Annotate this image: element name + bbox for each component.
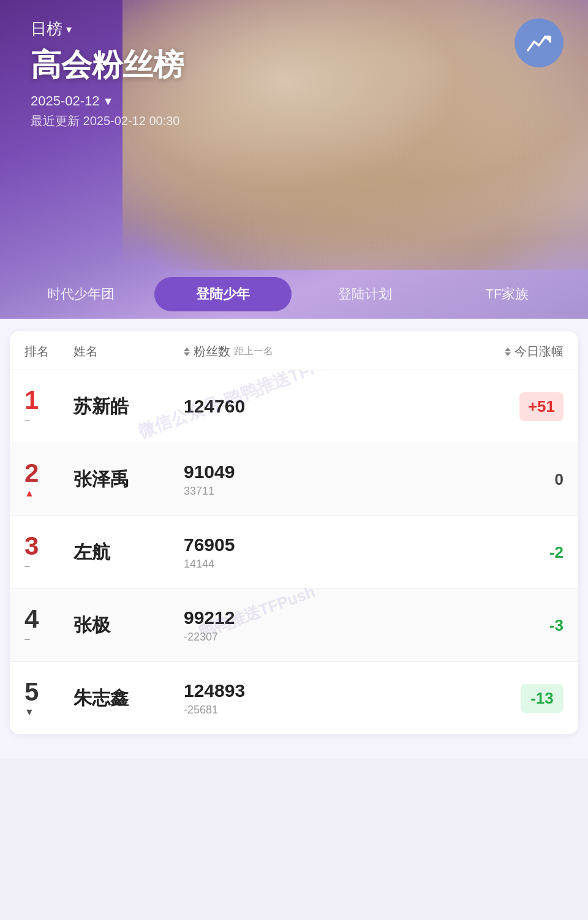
col-rank-header: 排名 bbox=[24, 343, 74, 360]
chart-trend-icon bbox=[526, 29, 552, 56]
rank-change-5: ▼ bbox=[24, 707, 34, 717]
table-row: 4 – 张极 99212 -22307 鸭鸭推送TFPush -3 bbox=[10, 589, 578, 662]
daily-dropdown-icon[interactable]: ▾ bbox=[66, 23, 72, 36]
rank-cell-4: 4 – bbox=[24, 606, 74, 644]
header-text-block: 日榜 ▾ 高会粉丝榜 2025-02-12 ▾ 最近更新 2025-02-12 … bbox=[31, 18, 184, 129]
ranking-table: 排名 姓名 粉丝数 距上一名 今日涨幅 bbox=[10, 331, 578, 734]
name-cell-3: 左航 bbox=[74, 540, 184, 565]
change-cell-3: -2 bbox=[484, 543, 564, 562]
name-cell-2: 张泽禹 bbox=[74, 467, 184, 492]
fans-cell-1: 124760 bbox=[184, 396, 484, 417]
rank-cell-2: 2 ▲ bbox=[24, 460, 74, 498]
table-row: 5 ▼ 朱志鑫 124893 -25681 -13 bbox=[10, 662, 578, 734]
fans-diff-5: -25681 bbox=[184, 704, 484, 717]
rank-cell-3: 3 – bbox=[24, 533, 74, 571]
fans-cell-4: 99212 -22307 鸭鸭推送TFPush bbox=[184, 607, 484, 644]
change-badge-5: -13 bbox=[521, 684, 564, 713]
fans-main-2: 91049 bbox=[184, 462, 484, 482]
change-zero-2: 0 bbox=[555, 470, 564, 489]
fans-sort-icon[interactable] bbox=[184, 348, 190, 356]
table-header: 排名 姓名 粉丝数 距上一名 今日涨幅 bbox=[10, 331, 578, 370]
tab-shidai[interactable]: 时代少年团 bbox=[12, 277, 149, 311]
table-row: 2 ▲ 张泽禹 91049 33711 0 bbox=[10, 443, 578, 516]
board-title: 高会粉丝榜 bbox=[31, 45, 184, 86]
rank-cell-5: 5 ▼ bbox=[24, 679, 74, 717]
tab-denglujihua[interactable]: 登陆计划 bbox=[296, 277, 434, 311]
col-fans-label: 粉丝数 bbox=[194, 343, 230, 360]
name-cell-1: 苏新皓 bbox=[74, 394, 184, 419]
fans-cell-2: 91049 33711 bbox=[184, 462, 484, 498]
fans-cell-3: 76905 14144 bbox=[184, 534, 484, 571]
tabs-section: 时代少年团 登陆少年 登陆计划 TF家族 bbox=[0, 270, 588, 319]
table-row: 3 – 左航 76905 14144 -2 bbox=[10, 516, 578, 589]
fans-diff-3: 14144 bbox=[184, 558, 484, 571]
fans-cell-5: 124893 -25681 bbox=[184, 680, 484, 717]
change-negative-4: -3 bbox=[549, 616, 564, 634]
chart-icon-button[interactable] bbox=[514, 18, 564, 67]
fans-diff-4: -22307 bbox=[184, 631, 484, 644]
rank-number-2: 2 bbox=[24, 460, 39, 486]
date-row: 2025-02-12 ▾ bbox=[31, 93, 184, 109]
tab-denglu[interactable]: 登陆少年 bbox=[154, 277, 292, 311]
rank-number-4: 4 bbox=[24, 606, 39, 632]
col-change-header: 今日涨幅 bbox=[484, 343, 564, 360]
daily-label-row: 日榜 ▾ bbox=[31, 18, 184, 40]
name-cell-5: 朱志鑫 bbox=[74, 686, 184, 711]
fans-main-4: 99212 bbox=[184, 607, 484, 628]
rank-number-3: 3 bbox=[24, 533, 39, 559]
update-label: 最近更新 bbox=[31, 114, 80, 127]
name-cell-4: 张极 bbox=[74, 613, 184, 638]
change-negative-3: -2 bbox=[549, 543, 564, 561]
rank-cell-1: 1 – bbox=[24, 387, 74, 425]
update-row: 最近更新 2025-02-12 00:30 bbox=[31, 113, 184, 129]
date-dropdown-icon[interactable]: ▾ bbox=[105, 93, 111, 109]
col-change-label: 今日涨幅 bbox=[514, 343, 564, 360]
fans-main-5: 124893 bbox=[184, 680, 484, 701]
col-fans-header: 粉丝数 距上一名 bbox=[184, 343, 484, 360]
fans-diff-2: 33711 bbox=[184, 485, 484, 498]
change-cell-5: -13 bbox=[484, 684, 564, 713]
date-value: 2025-02-12 bbox=[31, 93, 100, 109]
update-value: 2025-02-12 00:30 bbox=[83, 114, 180, 127]
change-cell-4: -3 bbox=[484, 616, 564, 635]
rank-number-5: 5 bbox=[24, 679, 39, 705]
header-section: 日榜 ▾ 高会粉丝榜 2025-02-12 ▾ 最近更新 2025-02-12 … bbox=[0, 0, 588, 319]
tab-tf[interactable]: TF家族 bbox=[439, 277, 576, 311]
rank-number-1: 1 bbox=[24, 387, 39, 413]
change-sort-icon[interactable] bbox=[505, 348, 511, 356]
rank-change-4: – bbox=[24, 634, 30, 644]
change-cell-2: 0 bbox=[484, 470, 564, 489]
fans-main-1: 124760 bbox=[184, 396, 484, 417]
col-name-header: 姓名 bbox=[74, 343, 184, 360]
change-badge-1: +51 bbox=[519, 392, 564, 421]
table-body: 1 – 苏新皓 124760 +51 微信公众号:鸭鸭推送TFPush 2 ▲ … bbox=[10, 370, 578, 734]
change-cell-1: +51 bbox=[484, 392, 564, 421]
rank-change-1: – bbox=[24, 416, 30, 425]
main-content: 排名 姓名 粉丝数 距上一名 今日涨幅 bbox=[0, 319, 588, 759]
col-fans-sub-label: 距上一名 bbox=[234, 345, 273, 358]
fans-main-3: 76905 bbox=[184, 534, 484, 555]
table-row: 1 – 苏新皓 124760 +51 微信公众号:鸭鸭推送TFPush bbox=[10, 370, 578, 443]
rank-change-2: ▲ bbox=[24, 489, 34, 498]
daily-label: 日榜 bbox=[31, 18, 62, 40]
rank-change-3: – bbox=[24, 561, 30, 571]
